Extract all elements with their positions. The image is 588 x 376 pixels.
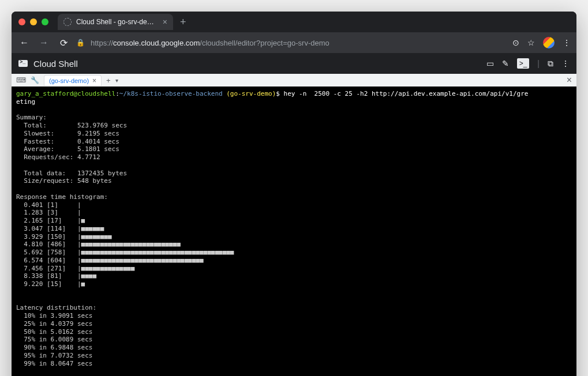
prompt-user: gary_a_stafford@cloudshell	[16, 90, 115, 97]
traffic-lights	[18, 18, 48, 25]
app-bar: Cloud Shell ▭ ✎ >_ | ⧉ ⋮	[12, 53, 576, 74]
terminal-output[interactable]: gary_a_stafford@cloudshell:~/k8s-istio-o…	[12, 87, 576, 376]
reload-button[interactable]: ⟳	[57, 37, 70, 48]
terminal-toggle-icon[interactable]: >_	[517, 58, 530, 69]
kebab-menu-icon[interactable]: ⋮	[563, 38, 571, 47]
browser-window: Cloud Shell - go-srv-demo - G × + ← → ⟳ …	[12, 12, 576, 376]
url-input[interactable]: https://console.cloud.google.com/cloudsh…	[91, 39, 507, 47]
wrench-icon[interactable]: 🔧	[31, 76, 39, 84]
tab-favicon-icon	[63, 18, 72, 26]
tab-close-icon[interactable]: ×	[163, 17, 167, 27]
terminal-tab-close-icon[interactable]: ×	[92, 77, 96, 85]
search-icon[interactable]: ⊙	[512, 38, 519, 47]
histogram-block: 0.401 [1] | 1.283 [3] | 2.165 [17] |■ 3.…	[16, 201, 234, 288]
laptop-icon[interactable]: ▭	[486, 59, 494, 68]
title-bar: Cloud Shell - go-srv-demo - G × +	[12, 12, 576, 32]
prompt-dollar: $	[276, 90, 280, 97]
app-title-text: Cloud Shell	[33, 59, 78, 69]
browser-tab[interactable]: Cloud Shell - go-srv-demo - G ×	[58, 14, 173, 30]
bookmark-icon[interactable]: ☆	[527, 38, 535, 47]
latency-block: 10% in 3.9091 secs 25% in 4.0379 secs 50…	[16, 312, 92, 367]
edit-icon[interactable]: ✎	[502, 59, 509, 68]
lock-icon: 🔒	[76, 39, 85, 47]
window-close-button[interactable]	[18, 18, 25, 25]
prompt-path: ~/k8s-istio-observe-backend	[119, 90, 223, 97]
close-panel-icon[interactable]: ×	[567, 75, 572, 85]
popout-icon[interactable]: ⧉	[548, 59, 553, 69]
prompt-sep: :	[115, 90, 119, 97]
url-host: console.cloud.google.com	[113, 39, 200, 47]
new-tab-button[interactable]: +	[180, 16, 186, 28]
histogram-header: Response time histogram:	[16, 193, 108, 201]
app-bar-actions: ▭ ✎ >_ | ⧉ ⋮	[486, 58, 570, 69]
address-bar: ← → ⟳ 🔒 https://console.cloud.google.com…	[12, 32, 576, 53]
window-minimize-button[interactable]	[30, 18, 37, 25]
profile-avatar[interactable]	[543, 37, 555, 48]
window-zoom-button[interactable]	[42, 18, 48, 25]
forward-button[interactable]: →	[37, 37, 51, 48]
summary-header: Summary:	[16, 114, 47, 121]
app-title: Cloud Shell	[18, 59, 78, 69]
keyboard-icon[interactable]: ⌨	[16, 76, 26, 84]
terminal-session-tab[interactable]: (go-srv-demo) ×	[44, 75, 102, 86]
url-scheme: https://	[91, 39, 113, 47]
latency-header: Latency distribution:	[16, 304, 96, 311]
url-path: /cloudshell/editor?project=go-srv-demo	[200, 39, 329, 47]
more-menu-icon[interactable]: ⋮	[561, 59, 570, 68]
prompt-project: (go-srv-demo)	[223, 90, 276, 97]
tab-title: Cloud Shell - go-srv-demo - G	[76, 18, 158, 26]
tab-dropdown-icon[interactable]: ▾	[115, 77, 118, 84]
terminal-tab-label: (go-srv-demo)	[49, 77, 89, 84]
summary-block: Total: 523.9769 secs Slowest: 9.2195 sec…	[16, 122, 127, 185]
add-terminal-tab-button[interactable]: +	[106, 76, 111, 85]
terminal-tab-strip: ⌨ 🔧 (go-srv-demo) × + ▾ ×	[12, 74, 576, 87]
cloud-shell-icon	[18, 60, 28, 67]
back-button[interactable]: ←	[17, 37, 31, 48]
toolbar-right: ⊙ ☆ ⋮	[512, 37, 571, 48]
